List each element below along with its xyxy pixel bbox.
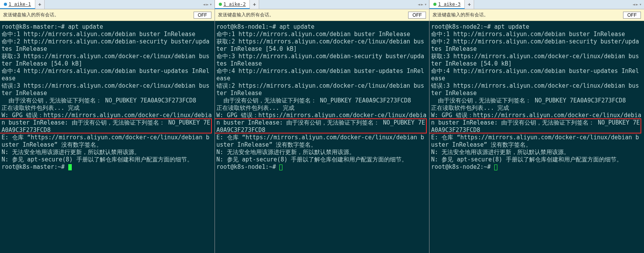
tab-label: 1 aike-3	[438, 2, 460, 7]
terminal-cursor	[494, 165, 497, 170]
terminal-line: N: 参见 apt-secure(8) 手册以了解仓库创建和用户配置方面的细节。	[431, 156, 642, 163]
terminal-line: N: 无法安全地用该源进行更新，所以默认禁用该源。	[431, 149, 642, 156]
tab-nav-menu-icon[interactable]: ▾	[209, 2, 212, 7]
tab-nav-left-icon[interactable]: ◄	[632, 2, 635, 7]
tabbar-1: 1 aike-1 + ◄ ► ▾	[0, 0, 215, 9]
terminal-line: root@k8s-master:~# apt update	[2, 23, 213, 31]
new-tab-button[interactable]: +	[465, 0, 474, 9]
terminal-line: 正在读取软件包列表... 完成	[2, 104, 213, 112]
status-dot-icon	[4, 3, 7, 6]
terminal-cursor	[68, 164, 72, 170]
tab-label: 1 aike-2	[223, 2, 246, 7]
terminal-line: E: 仓库 “https://mirrors.aliyun.com/docker…	[431, 134, 642, 149]
terminal-line: root@k8s-node2:~# apt update	[431, 23, 642, 31]
terminal-line: 命中:4 http://mirrors.aliyun.com/debian bu…	[431, 68, 642, 82]
terminal-line: 获取:3 https://mirrors.aliyun.com/docker-c…	[2, 53, 213, 68]
broadcast-off-button[interactable]: OFF	[623, 12, 641, 19]
pane-3: 1 aike-3 + ◄ ► ▾ 发送键盘输入的所有会话。 OFF root@k…	[429, 0, 644, 253]
broadcast-text: 发送键盘输入的所有会话。	[433, 12, 488, 18]
tab-nav-menu-icon[interactable]: ▾	[424, 2, 427, 7]
pane-1: 1 aike-1 + ◄ ► ▾ 发送键盘输入的所有会话。 OFF root@k…	[0, 0, 215, 253]
tab-aike-3[interactable]: 1 aike-3	[429, 0, 465, 9]
terminal-cursor	[279, 165, 282, 170]
pubkey-highlight: NO_PUBKEY 7EA0A9C3F273FCD8	[320, 97, 411, 104]
broadcast-off-button[interactable]: OFF	[194, 12, 211, 19]
terminal-line: E: 仓库 “https://mirrors.aliyun.com/docker…	[2, 134, 213, 149]
terminal-line: 由于没有公钥，无法验证下列签名： NO_PUBKEY 7EA0A9C3F273F…	[431, 97, 642, 104]
pane-2: 1 aike-2 + ◄ ► ▾ 发送键盘输入的所有会话。 OFF root@k…	[215, 0, 430, 253]
tab-nav-right-icon[interactable]: ►	[636, 2, 639, 7]
terminal-line: 命中:1 http://mirrors.aliyun.com/debian bu…	[431, 31, 642, 38]
terminal-line: W: GPG 错误：https://mirrors.aliyun.com/doc…	[216, 112, 428, 134]
tab-aike-1[interactable]: 1 aike-1	[0, 0, 35, 9]
terminal-line: 错误:2 https://mirrors.aliyun.com/docker-c…	[216, 82, 428, 97]
tab-nav-left-icon[interactable]: ◄	[417, 2, 420, 7]
tab-nav: ◄ ► ▾	[415, 0, 429, 9]
broadcast-bar: 发送键盘输入的所有会话。 OFF	[215, 9, 429, 21]
panes-container: 1 aike-1 + ◄ ► ▾ 发送键盘输入的所有会话。 OFF root@k…	[0, 0, 644, 253]
terminal-line: W: GPG 错误：https://mirrors.aliyun.com/doc…	[431, 112, 642, 134]
terminal-line: 命中:2 http://mirrors.aliyun.com/debian-se…	[2, 38, 213, 53]
terminal-line: 命中:1 http://mirrors.aliyun.com/debian bu…	[216, 31, 428, 38]
tabbar-2: 1 aike-2 + ◄ ► ▾	[215, 0, 429, 9]
broadcast-text: 发送键盘输入的所有会话。	[218, 12, 274, 18]
terminal-line: N: 无法安全地用该源进行更新，所以默认禁用该源。	[216, 149, 428, 156]
terminal-line: root@k8s-node2:~#	[431, 163, 642, 171]
terminal-1[interactable]: root@k8s-master:~# apt update命中:1 http:/…	[0, 21, 215, 253]
terminal-line: 正在读取软件包列表... 完成	[431, 104, 642, 112]
tab-label: 1 aike-1	[9, 2, 31, 7]
terminal-line: 命中:3 http://mirrors.aliyun.com/debian-se…	[216, 53, 428, 68]
tab-nav: ◄ ► ▾	[630, 0, 644, 9]
terminal-line: 错误:3 https://mirrors.aliyun.com/docker-c…	[2, 82, 213, 97]
broadcast-off-button[interactable]: OFF	[408, 12, 426, 19]
terminal-2[interactable]: root@k8s-node1:~# apt update命中:1 http://…	[215, 21, 429, 253]
tab-nav: ◄ ► ▾	[201, 0, 215, 9]
terminal-line: N: 参见 apt-secure(8) 手册以了解仓库创建和用户配置方面的细节。	[2, 156, 213, 163]
terminal-line: root@k8s-master:~#	[2, 163, 213, 171]
terminal-line: root@k8s-node1:~# apt update	[216, 23, 428, 31]
broadcast-bar: 发送键盘输入的所有会话。 OFF	[429, 9, 644, 21]
new-tab-button[interactable]: +	[35, 0, 45, 9]
pubkey-highlight: NO_PUBKEY 7EA0A9C3F273FCD8	[216, 119, 425, 133]
broadcast-bar: 发送键盘输入的所有会话。 OFF	[0, 9, 215, 21]
tab-nav-menu-icon[interactable]: ▾	[639, 2, 642, 7]
terminal-line: 命中:1 http://mirrors.aliyun.com/debian bu…	[2, 31, 213, 38]
terminal-line: 由于没有公钥，无法验证下列签名： NO_PUBKEY 7EA0A9C3F273F…	[216, 97, 428, 104]
status-dot-icon	[219, 3, 222, 6]
status-dot-icon	[433, 3, 436, 6]
pubkey-highlight: NO_PUBKEY 7EA0A9C3F273FCD8	[2, 119, 210, 133]
terminal-line: 命中:4 http://mirrors.aliyun.com/debian bu…	[216, 68, 428, 82]
pubkey-highlight: NO_PUBKEY 7EA0A9C3F273FCD8	[105, 97, 196, 104]
tab-nav-left-icon[interactable]: ◄	[203, 2, 206, 7]
tab-aike-2[interactable]: 1 aike-2	[215, 0, 250, 9]
pubkey-highlight: NO_PUBKEY 7EA0A9C3F273FCD8	[535, 97, 626, 104]
new-tab-button[interactable]: +	[250, 0, 259, 9]
tab-nav-right-icon[interactable]: ►	[206, 2, 209, 7]
terminal-line: E: 仓库 “https://mirrors.aliyun.com/docker…	[216, 134, 428, 149]
terminal-line: 命中:2 http://mirrors.aliyun.com/debian-se…	[431, 38, 642, 53]
terminal-line: N: 无法安全地用该源进行更新，所以默认禁用该源。	[2, 149, 213, 156]
terminal-line: W: GPG 错误：https://mirrors.aliyun.com/doc…	[2, 112, 213, 134]
terminal-line: root@k8s-node1:~#	[216, 163, 428, 171]
terminal-line: 获取:3 https://mirrors.aliyun.com/docker-c…	[431, 53, 642, 68]
broadcast-text: 发送键盘输入的所有会话。	[3, 12, 59, 18]
terminal-line: 命中:4 http://mirrors.aliyun.com/debian bu…	[2, 68, 213, 82]
terminal-line: 正在读取软件包列表... 完成	[216, 104, 428, 112]
terminal-3[interactable]: root@k8s-node2:~# apt update命中:1 http://…	[429, 21, 644, 253]
terminal-line: N: 参见 apt-secure(8) 手册以了解仓库创建和用户配置方面的细节。	[216, 156, 428, 163]
terminal-line: 错误:3 https://mirrors.aliyun.com/docker-c…	[431, 82, 642, 97]
pubkey-highlight: NO_PUBKEY 7EA0A9C3F273FCD8	[431, 119, 640, 133]
terminal-line: 由于没有公钥，无法验证下列签名： NO_PUBKEY 7EA0A9C3F273F…	[2, 97, 213, 104]
tabbar-3: 1 aike-3 + ◄ ► ▾	[429, 0, 644, 9]
tab-nav-right-icon[interactable]: ►	[421, 2, 424, 7]
terminal-line: 获取:2 https://mirrors.aliyun.com/docker-c…	[216, 38, 428, 53]
